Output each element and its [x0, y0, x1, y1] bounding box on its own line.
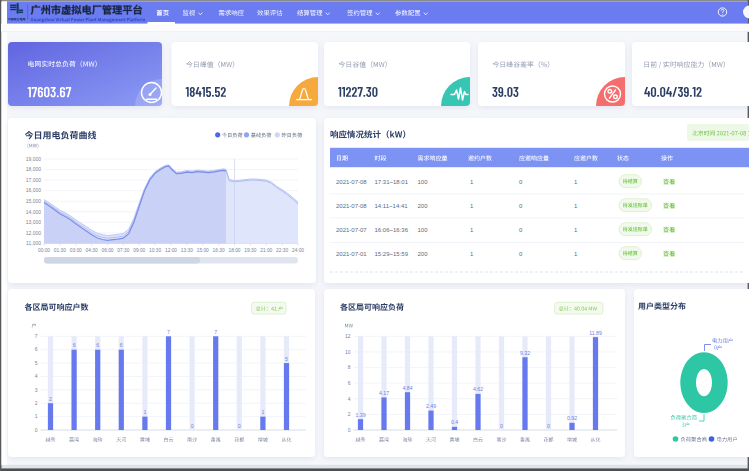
svg-text:10:30: 10:30 — [149, 248, 161, 253]
svg-text:6: 6 — [73, 342, 76, 348]
svg-text:7: 7 — [35, 333, 38, 339]
svg-text:7: 7 — [214, 329, 217, 335]
svg-text:2021-07-07: 2021-07-07 — [336, 227, 367, 233]
svg-text:07:30: 07:30 — [117, 248, 129, 253]
svg-text:0: 0 — [238, 423, 241, 429]
svg-text:0.4: 0.4 — [451, 419, 458, 425]
svg-text:4.84: 4.84 — [402, 385, 412, 391]
svg-text:2: 2 — [348, 411, 351, 417]
svg-text:11.89: 11.89 — [589, 330, 602, 336]
svg-text:22:30: 22:30 — [276, 248, 288, 253]
svg-text:4.17: 4.17 — [379, 390, 389, 396]
svg-text:17:31~18:01: 17:31~18:01 — [375, 179, 409, 185]
svg-text:0: 0 — [500, 423, 503, 429]
svg-text:12: 12 — [345, 333, 351, 339]
svg-text:19:30: 19:30 — [244, 248, 256, 253]
svg-text:11,000: 11,000 — [26, 240, 41, 246]
svg-text:0: 0 — [348, 427, 351, 433]
svg-text:2021-07-08: 2021-07-08 — [336, 203, 367, 209]
svg-text:14,000: 14,000 — [26, 209, 42, 215]
svg-text:200: 200 — [418, 203, 429, 209]
svg-text:9.32: 9.32 — [520, 350, 530, 356]
svg-text:06:00: 06:00 — [101, 248, 113, 253]
svg-text:21:00: 21:00 — [260, 248, 272, 253]
svg-text:15,000: 15,000 — [26, 198, 42, 204]
svg-text:03:00: 03:00 — [70, 248, 82, 253]
svg-text:18,000: 18,000 — [26, 166, 42, 172]
svg-text:0: 0 — [191, 423, 194, 429]
svg-text:4.62: 4.62 — [473, 386, 483, 392]
svg-text:100: 100 — [418, 179, 429, 185]
svg-text:2: 2 — [35, 400, 38, 406]
svg-text:00:00: 00:00 — [38, 248, 50, 253]
svg-text:6: 6 — [120, 342, 123, 348]
svg-text:16:30: 16:30 — [213, 248, 225, 253]
svg-text:0: 0 — [547, 423, 550, 429]
svg-text:3: 3 — [35, 387, 38, 393]
svg-text:5: 5 — [285, 356, 288, 362]
svg-text:1: 1 — [35, 413, 38, 419]
svg-text:5: 5 — [35, 360, 38, 366]
svg-text:1.39: 1.39 — [355, 412, 365, 418]
svg-text:6: 6 — [35, 346, 38, 352]
svg-text:0: 0 — [35, 427, 38, 433]
svg-text:15:29~15:59: 15:29~15:59 — [375, 251, 409, 257]
svg-text:6: 6 — [348, 380, 351, 386]
svg-text:16,000: 16,000 — [26, 187, 42, 193]
svg-text:13,000: 13,000 — [26, 219, 42, 225]
svg-text:2: 2 — [49, 396, 52, 402]
svg-text:01:30: 01:30 — [54, 248, 66, 253]
svg-text:10: 10 — [345, 349, 351, 355]
svg-text:13:30: 13:30 — [181, 248, 193, 253]
svg-text:16:06~16:36: 16:06~16:36 — [375, 227, 409, 233]
svg-text:19,000: 19,000 — [26, 156, 42, 162]
svg-text:6: 6 — [96, 342, 99, 348]
svg-text:17,000: 17,000 — [26, 177, 42, 183]
svg-text:14:11~14:41: 14:11~14:41 — [375, 203, 409, 209]
svg-text:2.49: 2.49 — [426, 403, 436, 409]
svg-text:1: 1 — [261, 409, 264, 415]
svg-text:100: 100 — [418, 227, 429, 233]
svg-text:8: 8 — [348, 364, 351, 370]
svg-text:09:00: 09:00 — [133, 248, 145, 253]
svg-text:12:00: 12:00 — [165, 248, 177, 253]
svg-text:200: 200 — [418, 251, 429, 257]
svg-text:4: 4 — [348, 396, 351, 402]
svg-text:24:00: 24:00 — [292, 248, 304, 253]
svg-text:12,000: 12,000 — [26, 230, 42, 236]
svg-text:2021-07-08: 2021-07-08 — [336, 179, 367, 185]
svg-text:4: 4 — [35, 373, 38, 379]
svg-text:0.92: 0.92 — [567, 415, 577, 421]
svg-text:15:00: 15:00 — [197, 248, 209, 253]
svg-text:2021-07-01: 2021-07-01 — [336, 251, 367, 257]
svg-text:7: 7 — [167, 329, 170, 335]
svg-text:04:30: 04:30 — [86, 248, 98, 253]
svg-text:18:00: 18:00 — [228, 248, 240, 253]
svg-text:1: 1 — [143, 409, 146, 415]
